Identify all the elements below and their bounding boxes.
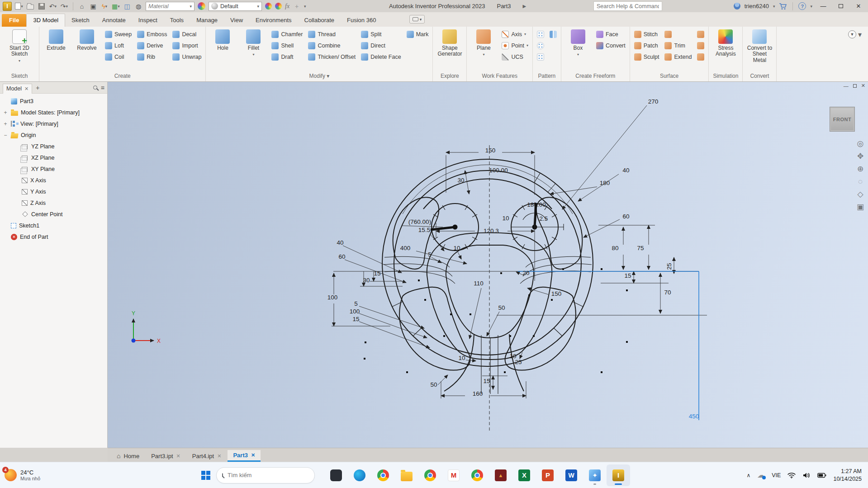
appearance-wheel-icon[interactable]: [198, 2, 205, 10]
ribbon-collapse-button[interactable]: ▼▾: [848, 27, 868, 81]
performance-lightning-icon[interactable]: ϟ▾: [100, 2, 109, 11]
tree-item-xz-plane[interactable]: XZ Plane: [0, 152, 107, 163]
maximize-button[interactable]: [834, 1, 848, 11]
button-start-2d-sketch[interactable]: Start 2D Sketch▾: [2, 28, 37, 63]
button-convert[interactable]: Convert: [594, 40, 627, 51]
undo-button[interactable]: ↶▾: [49, 2, 57, 11]
ribbon-tab-file[interactable]: File: [2, 14, 26, 27]
ribbon-tab-tools[interactable]: Tools: [164, 14, 190, 27]
button-sculpt[interactable]: Sculpt: [632, 51, 661, 62]
button-combine[interactable]: Combine: [306, 40, 357, 51]
local-update-icon[interactable]: ▦▾: [112, 2, 120, 11]
button-derive[interactable]: Derive: [135, 40, 169, 51]
button-direct[interactable]: Direct: [359, 40, 403, 51]
tree-item-sketch1[interactable]: Sketch1: [0, 220, 107, 231]
ribbon-display-options-button[interactable]: ▾: [409, 15, 425, 24]
button-unwrap[interactable]: Unwrap: [171, 51, 203, 62]
appearance-select[interactable]: Default▾: [209, 2, 262, 11]
button-face[interactable]: Face: [594, 28, 627, 40]
doc-tab-close-icon[interactable]: ✕: [217, 453, 221, 459]
dimension-label[interactable]: 150: [551, 290, 562, 297]
button-rib[interactable]: Rib: [135, 51, 169, 62]
help-dropdown-icon[interactable]: ▾: [810, 4, 812, 9]
dimension-label[interactable]: 100.00: [489, 167, 508, 174]
button-import[interactable]: Import: [171, 40, 203, 51]
taskbar-app-terminal[interactable]: [324, 464, 348, 486]
ribbon-tab-environments[interactable]: Environments: [249, 14, 298, 27]
button-extend[interactable]: Extend: [663, 51, 693, 62]
doc-minimize-icon[interactable]: —: [844, 83, 849, 89]
dimension-label[interactable]: 60: [622, 213, 629, 220]
dimension-label[interactable]: 150: [485, 147, 496, 154]
button-loft[interactable]: Loft: [103, 40, 133, 51]
volume-icon[interactable]: [802, 472, 811, 479]
dimension-label[interactable]: 70: [664, 289, 671, 296]
taskbar-app-photos[interactable]: [583, 464, 607, 486]
button-mirror[interactable]: [548, 28, 559, 40]
button-patch[interactable]: Patch: [632, 40, 661, 51]
inventor-logo-icon[interactable]: I: [3, 2, 12, 11]
dimension-label[interactable]: 10: [458, 355, 465, 361]
button-stitch[interactable]: Stitch: [632, 28, 661, 40]
button-trim[interactable]: Trim: [663, 40, 693, 51]
tree-item-model-states-primary[interactable]: +Model States: [Primary]: [0, 107, 107, 118]
taskbar-app-chrome[interactable]: [371, 464, 395, 486]
button-box[interactable]: Box▾: [564, 28, 593, 57]
user-dropdown-icon[interactable]: ▾: [773, 4, 775, 9]
button-thread[interactable]: Thread: [306, 28, 357, 40]
graphics-canvas[interactable]: 270150100.00304018060(760.00)180.00102.5…: [108, 82, 868, 448]
redo-button[interactable]: ↷▾: [60, 2, 68, 11]
button-extrude[interactable]: Extrude: [42, 28, 71, 51]
doc-close-icon[interactable]: ✕: [861, 83, 865, 89]
sketch-geometry[interactable]: [382, 159, 593, 391]
username[interactable]: trien6240: [745, 3, 769, 9]
doc-tab-part3[interactable]: Part3✕: [228, 450, 261, 462]
ribbon-tab-view[interactable]: View: [224, 14, 249, 27]
button-chamfer[interactable]: Chamfer: [270, 28, 304, 40]
dimension-label[interactable]: 120.3: [484, 227, 499, 234]
doc-tab-close-icon[interactable]: ✕: [251, 452, 255, 458]
button-shell[interactable]: Shell: [270, 40, 304, 51]
pan-icon[interactable]: ✥: [857, 152, 863, 160]
render-wheel-icon[interactable]: ◍: [134, 2, 142, 11]
close-button[interactable]: ✕: [852, 1, 865, 11]
wifi-icon[interactable]: [787, 472, 796, 479]
doc-tab-close-icon[interactable]: ✕: [176, 453, 180, 459]
button-sweep[interactable]: Sweep: [103, 28, 133, 40]
dimension-label[interactable]: 75: [637, 245, 644, 251]
viewcube[interactable]: FRONT: [830, 107, 855, 132]
parameters-fx-button[interactable]: fx: [285, 3, 289, 10]
taskbar-search-input[interactable]: [227, 471, 308, 479]
browser-tab-close-icon[interactable]: ✕: [24, 86, 28, 92]
button-surf-b[interactable]: [695, 40, 706, 51]
button-axis[interactable]: Axis▾: [500, 28, 530, 40]
sketch-detail-lines[interactable]: [384, 173, 592, 394]
ribbon-tab-inspect[interactable]: Inspect: [132, 14, 164, 27]
dimension-label[interactable]: 40: [622, 167, 629, 174]
tray-overflow-icon[interactable]: ∧: [746, 472, 750, 479]
switch-window-icon[interactable]: ▣: [89, 2, 97, 11]
dimension-label[interactable]: 60: [338, 253, 345, 260]
navigation-wheel-icon[interactable]: ◎: [857, 140, 864, 147]
measure-icon[interactable]: ◫: [123, 2, 131, 11]
button-coil[interactable]: Coil: [103, 51, 133, 62]
new-file-button[interactable]: ▾: [15, 2, 23, 11]
dimension-label[interactable]: 180: [600, 180, 610, 186]
tree-item-yz-plane[interactable]: YZ Plane: [0, 141, 107, 152]
dimension-label[interactable]: 25: [666, 263, 673, 270]
dimension-label[interactable]: 20: [522, 270, 529, 276]
browser-add-tab-button[interactable]: +: [36, 84, 39, 91]
tree-item-z-axis[interactable]: Z Axis: [0, 197, 107, 208]
dimension-label[interactable]: 100: [350, 308, 360, 315]
look-at-icon[interactable]: ◇: [857, 190, 863, 198]
button-split[interactable]: Split: [359, 28, 403, 40]
doc-tab-home[interactable]: ⌂Home: [111, 450, 145, 462]
taskbar-app-word[interactable]: [560, 464, 583, 486]
zoom-icon[interactable]: ⊕: [857, 165, 863, 173]
material-select[interactable]: Material▾: [146, 2, 194, 11]
language-indicator[interactable]: VIE: [772, 472, 781, 479]
button-decal[interactable]: Decal: [171, 28, 203, 40]
dimension-label[interactable]: 160: [473, 390, 483, 397]
dimension-label[interactable]: (760.00): [408, 218, 431, 225]
battery-icon[interactable]: [817, 473, 826, 478]
